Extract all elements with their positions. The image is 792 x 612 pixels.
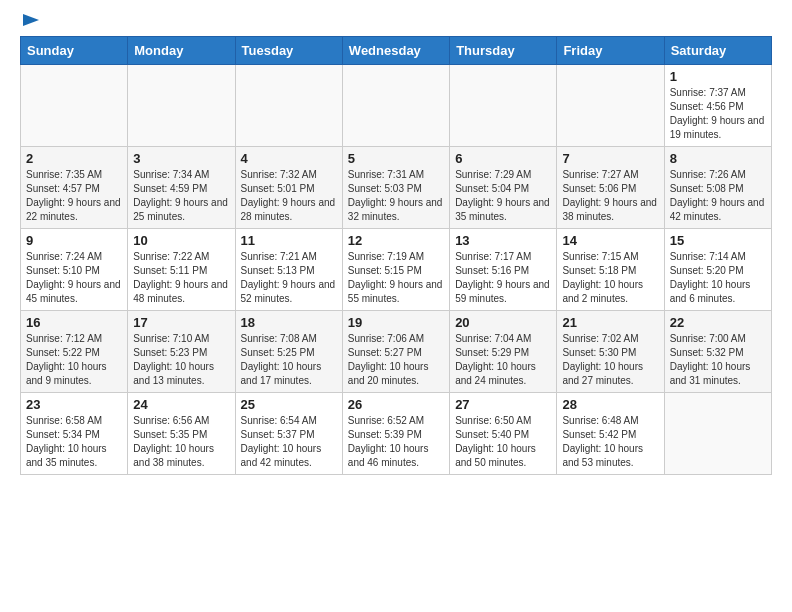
week-row-5: 23Sunrise: 6:58 AM Sunset: 5:34 PM Dayli…	[21, 393, 772, 475]
day-number: 6	[455, 151, 551, 166]
calendar-cell: 28Sunrise: 6:48 AM Sunset: 5:42 PM Dayli…	[557, 393, 664, 475]
week-row-3: 9Sunrise: 7:24 AM Sunset: 5:10 PM Daylig…	[21, 229, 772, 311]
day-info: Sunrise: 7:04 AM Sunset: 5:29 PM Dayligh…	[455, 332, 551, 388]
day-info: Sunrise: 7:22 AM Sunset: 5:11 PM Dayligh…	[133, 250, 229, 306]
weekday-header-saturday: Saturday	[664, 37, 771, 65]
day-number: 14	[562, 233, 658, 248]
day-number: 8	[670, 151, 766, 166]
day-info: Sunrise: 7:32 AM Sunset: 5:01 PM Dayligh…	[241, 168, 337, 224]
calendar-table: SundayMondayTuesdayWednesdayThursdayFrid…	[20, 36, 772, 475]
day-number: 4	[241, 151, 337, 166]
day-info: Sunrise: 7:34 AM Sunset: 4:59 PM Dayligh…	[133, 168, 229, 224]
calendar-cell: 20Sunrise: 7:04 AM Sunset: 5:29 PM Dayli…	[450, 311, 557, 393]
day-info: Sunrise: 7:29 AM Sunset: 5:04 PM Dayligh…	[455, 168, 551, 224]
weekday-header-tuesday: Tuesday	[235, 37, 342, 65]
day-info: Sunrise: 7:17 AM Sunset: 5:16 PM Dayligh…	[455, 250, 551, 306]
day-number: 24	[133, 397, 229, 412]
calendar-cell: 13Sunrise: 7:17 AM Sunset: 5:16 PM Dayli…	[450, 229, 557, 311]
day-info: Sunrise: 7:10 AM Sunset: 5:23 PM Dayligh…	[133, 332, 229, 388]
day-info: Sunrise: 7:26 AM Sunset: 5:08 PM Dayligh…	[670, 168, 766, 224]
calendar-cell: 15Sunrise: 7:14 AM Sunset: 5:20 PM Dayli…	[664, 229, 771, 311]
day-number: 1	[670, 69, 766, 84]
calendar-cell: 14Sunrise: 7:15 AM Sunset: 5:18 PM Dayli…	[557, 229, 664, 311]
day-info: Sunrise: 7:27 AM Sunset: 5:06 PM Dayligh…	[562, 168, 658, 224]
day-number: 12	[348, 233, 444, 248]
week-row-4: 16Sunrise: 7:12 AM Sunset: 5:22 PM Dayli…	[21, 311, 772, 393]
calendar-cell: 17Sunrise: 7:10 AM Sunset: 5:23 PM Dayli…	[128, 311, 235, 393]
week-row-1: 1Sunrise: 7:37 AM Sunset: 4:56 PM Daylig…	[21, 65, 772, 147]
calendar-cell: 5Sunrise: 7:31 AM Sunset: 5:03 PM Daylig…	[342, 147, 449, 229]
day-number: 27	[455, 397, 551, 412]
day-number: 16	[26, 315, 122, 330]
calendar-cell	[21, 65, 128, 147]
day-info: Sunrise: 7:37 AM Sunset: 4:56 PM Dayligh…	[670, 86, 766, 142]
day-number: 17	[133, 315, 229, 330]
day-info: Sunrise: 7:14 AM Sunset: 5:20 PM Dayligh…	[670, 250, 766, 306]
calendar-cell	[235, 65, 342, 147]
day-number: 11	[241, 233, 337, 248]
day-info: Sunrise: 7:19 AM Sunset: 5:15 PM Dayligh…	[348, 250, 444, 306]
day-number: 2	[26, 151, 122, 166]
calendar-cell: 3Sunrise: 7:34 AM Sunset: 4:59 PM Daylig…	[128, 147, 235, 229]
logo	[20, 16, 43, 26]
weekday-header-monday: Monday	[128, 37, 235, 65]
calendar-cell: 23Sunrise: 6:58 AM Sunset: 5:34 PM Dayli…	[21, 393, 128, 475]
weekday-header-row: SundayMondayTuesdayWednesdayThursdayFrid…	[21, 37, 772, 65]
calendar-cell: 9Sunrise: 7:24 AM Sunset: 5:10 PM Daylig…	[21, 229, 128, 311]
day-number: 25	[241, 397, 337, 412]
day-number: 21	[562, 315, 658, 330]
calendar-cell: 1Sunrise: 7:37 AM Sunset: 4:56 PM Daylig…	[664, 65, 771, 147]
day-info: Sunrise: 6:58 AM Sunset: 5:34 PM Dayligh…	[26, 414, 122, 470]
svg-marker-0	[23, 14, 39, 26]
day-info: Sunrise: 7:00 AM Sunset: 5:32 PM Dayligh…	[670, 332, 766, 388]
day-info: Sunrise: 7:02 AM Sunset: 5:30 PM Dayligh…	[562, 332, 658, 388]
page-header	[20, 16, 772, 26]
day-info: Sunrise: 6:48 AM Sunset: 5:42 PM Dayligh…	[562, 414, 658, 470]
day-number: 10	[133, 233, 229, 248]
calendar-cell: 16Sunrise: 7:12 AM Sunset: 5:22 PM Dayli…	[21, 311, 128, 393]
calendar-page: SundayMondayTuesdayWednesdayThursdayFrid…	[0, 0, 792, 491]
day-info: Sunrise: 6:52 AM Sunset: 5:39 PM Dayligh…	[348, 414, 444, 470]
calendar-cell: 6Sunrise: 7:29 AM Sunset: 5:04 PM Daylig…	[450, 147, 557, 229]
day-info: Sunrise: 7:12 AM Sunset: 5:22 PM Dayligh…	[26, 332, 122, 388]
calendar-cell	[128, 65, 235, 147]
calendar-cell	[664, 393, 771, 475]
weekday-header-thursday: Thursday	[450, 37, 557, 65]
calendar-cell: 22Sunrise: 7:00 AM Sunset: 5:32 PM Dayli…	[664, 311, 771, 393]
weekday-header-friday: Friday	[557, 37, 664, 65]
calendar-cell: 26Sunrise: 6:52 AM Sunset: 5:39 PM Dayli…	[342, 393, 449, 475]
calendar-cell: 25Sunrise: 6:54 AM Sunset: 5:37 PM Dayli…	[235, 393, 342, 475]
day-number: 7	[562, 151, 658, 166]
day-info: Sunrise: 6:54 AM Sunset: 5:37 PM Dayligh…	[241, 414, 337, 470]
calendar-cell	[450, 65, 557, 147]
day-number: 19	[348, 315, 444, 330]
day-info: Sunrise: 7:08 AM Sunset: 5:25 PM Dayligh…	[241, 332, 337, 388]
day-number: 22	[670, 315, 766, 330]
day-info: Sunrise: 7:35 AM Sunset: 4:57 PM Dayligh…	[26, 168, 122, 224]
calendar-cell: 7Sunrise: 7:27 AM Sunset: 5:06 PM Daylig…	[557, 147, 664, 229]
calendar-cell: 21Sunrise: 7:02 AM Sunset: 5:30 PM Dayli…	[557, 311, 664, 393]
day-number: 15	[670, 233, 766, 248]
calendar-cell: 19Sunrise: 7:06 AM Sunset: 5:27 PM Dayli…	[342, 311, 449, 393]
day-info: Sunrise: 7:06 AM Sunset: 5:27 PM Dayligh…	[348, 332, 444, 388]
day-number: 20	[455, 315, 551, 330]
day-info: Sunrise: 7:31 AM Sunset: 5:03 PM Dayligh…	[348, 168, 444, 224]
day-number: 9	[26, 233, 122, 248]
logo-flag-icon	[21, 12, 43, 30]
day-info: Sunrise: 7:24 AM Sunset: 5:10 PM Dayligh…	[26, 250, 122, 306]
calendar-cell: 11Sunrise: 7:21 AM Sunset: 5:13 PM Dayli…	[235, 229, 342, 311]
calendar-cell: 27Sunrise: 6:50 AM Sunset: 5:40 PM Dayli…	[450, 393, 557, 475]
day-info: Sunrise: 7:15 AM Sunset: 5:18 PM Dayligh…	[562, 250, 658, 306]
day-info: Sunrise: 6:50 AM Sunset: 5:40 PM Dayligh…	[455, 414, 551, 470]
day-number: 26	[348, 397, 444, 412]
calendar-cell: 8Sunrise: 7:26 AM Sunset: 5:08 PM Daylig…	[664, 147, 771, 229]
calendar-cell	[557, 65, 664, 147]
day-number: 13	[455, 233, 551, 248]
calendar-cell: 24Sunrise: 6:56 AM Sunset: 5:35 PM Dayli…	[128, 393, 235, 475]
weekday-header-sunday: Sunday	[21, 37, 128, 65]
calendar-cell: 4Sunrise: 7:32 AM Sunset: 5:01 PM Daylig…	[235, 147, 342, 229]
day-number: 5	[348, 151, 444, 166]
weekday-header-wednesday: Wednesday	[342, 37, 449, 65]
day-info: Sunrise: 7:21 AM Sunset: 5:13 PM Dayligh…	[241, 250, 337, 306]
calendar-cell: 12Sunrise: 7:19 AM Sunset: 5:15 PM Dayli…	[342, 229, 449, 311]
